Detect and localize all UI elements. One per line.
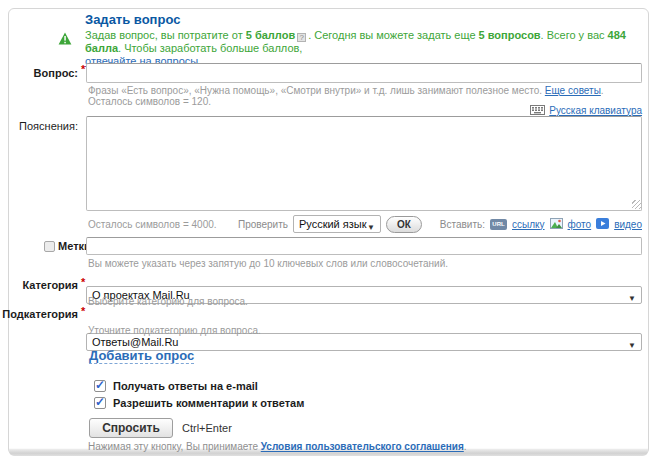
tags-checkbox[interactable] bbox=[44, 241, 55, 252]
russian-keyboard-link[interactable]: Русская клавиатура bbox=[549, 105, 642, 116]
warning-triangle-icon bbox=[58, 31, 72, 49]
question-chars-left: Осталось символов = 120. bbox=[88, 96, 211, 107]
receive-answers-checkbox[interactable]: ✓ bbox=[94, 380, 106, 392]
category-hint: Выберите категорию для вопроса. bbox=[88, 296, 248, 307]
textarea-resize-handle[interactable] bbox=[632, 200, 641, 209]
page-title: Задать вопрос bbox=[85, 12, 180, 27]
check-icon: ✓ bbox=[95, 395, 105, 409]
insert-video-link[interactable]: видео bbox=[614, 219, 642, 230]
question-label: Вопрос: bbox=[0, 67, 78, 79]
ok-button[interactable]: ОК bbox=[386, 216, 422, 233]
ask-question-page: Задать вопрос Задав вопрос, вы потратите… bbox=[0, 0, 659, 460]
details-chars-left: Осталось символов = 4000. bbox=[88, 219, 217, 230]
tags-hint: Вы можете указать через запятую до 10 кл… bbox=[88, 258, 448, 269]
allow-comments-label: Разрешить комментарии к ответам bbox=[113, 397, 304, 409]
chevron-down-icon: ▼ bbox=[628, 291, 636, 307]
details-label: Пояснения: bbox=[0, 120, 78, 132]
details-textarea[interactable] bbox=[86, 116, 642, 211]
chevron-down-icon: ▼ bbox=[367, 220, 375, 236]
category-required-mark: * bbox=[81, 276, 85, 288]
insert-photo-link[interactable]: фото bbox=[568, 219, 592, 230]
agreement-text: Нажимая эту кнопку, Вы принимаете Услови… bbox=[88, 441, 467, 452]
spellcheck-label: Проверить bbox=[238, 219, 288, 230]
insert-link-link[interactable]: ссылку bbox=[512, 219, 545, 230]
tags-input[interactable] bbox=[86, 237, 642, 255]
category-label: Категория bbox=[0, 279, 78, 291]
chevron-down-icon: ▼ bbox=[628, 338, 636, 354]
help-icon[interactable]: ? bbox=[297, 33, 306, 42]
receive-answers-label: Получать ответы на e-mail bbox=[113, 380, 258, 392]
question-input[interactable] bbox=[86, 63, 642, 83]
option-row-comments: ✓ Разрешить комментарии к ответам bbox=[94, 397, 304, 409]
check-icon: ✓ bbox=[95, 378, 105, 392]
question-required-mark: * bbox=[81, 63, 85, 75]
photo-icon[interactable] bbox=[550, 215, 563, 233]
option-row-email: ✓ Получать ответы на e-mail bbox=[94, 380, 258, 392]
insert-label: Вставить: bbox=[440, 219, 485, 230]
allow-comments-checkbox[interactable]: ✓ bbox=[94, 397, 106, 409]
video-icon[interactable] bbox=[596, 215, 609, 233]
language-select[interactable]: Русский язык ▼ bbox=[293, 215, 381, 233]
details-toolbar: Проверить Русский язык ▼ ОК Вставить: UR… bbox=[238, 214, 642, 234]
question-hint: Фразы «Есть вопрос», «Нужна помощь», «См… bbox=[88, 85, 604, 96]
add-poll-link[interactable]: Добавить опрос bbox=[89, 348, 194, 364]
user-agreement-link[interactable]: Условия пользовательского соглашения bbox=[261, 441, 464, 452]
subcategory-hint: Уточните подкатегорию для вопроса. bbox=[88, 325, 261, 336]
more-tips-link[interactable]: Еще советы bbox=[545, 85, 601, 96]
subcategory-required-mark: * bbox=[81, 305, 85, 317]
shortcut-hint: Ctrl+Enter bbox=[182, 422, 232, 434]
subcategory-label: Подкатегория bbox=[0, 308, 78, 320]
ask-button[interactable]: Спросить bbox=[89, 418, 173, 438]
points-info-line1: Задав вопрос, вы потратите от 5 баллов?.… bbox=[85, 29, 647, 55]
link-icon[interactable]: URL bbox=[490, 219, 507, 230]
